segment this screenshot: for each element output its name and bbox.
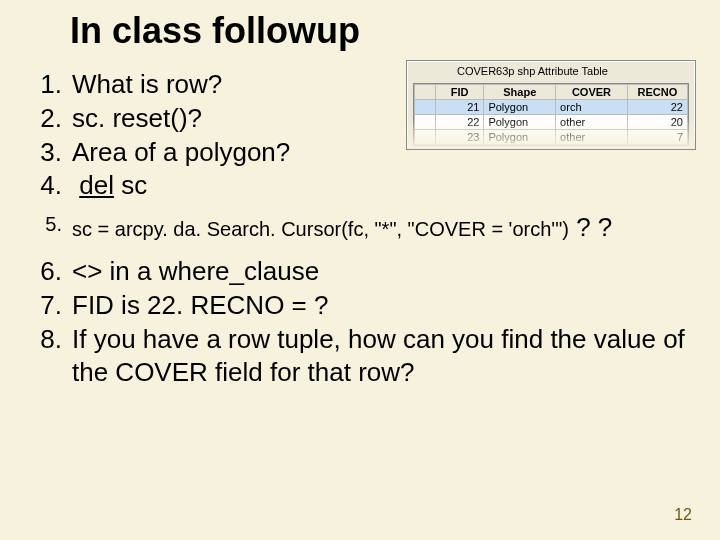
text: sc <box>114 170 147 200</box>
keyword-del: del <box>79 170 114 200</box>
list-item: sc = arcpy. da. Search. Cursor(fc, "*", … <box>66 211 692 245</box>
question-marks: ? ? <box>569 212 612 242</box>
list-item: FID is 22. RECNO = ? <box>66 289 692 323</box>
list-item: What is row? <box>66 68 692 102</box>
list-item: <> in a where_clause <box>66 255 692 289</box>
list-item: sc. reset()? <box>66 102 692 136</box>
list-item: del sc <box>66 169 692 203</box>
body-list: What is row? sc. reset()? Area of a poly… <box>22 68 692 390</box>
list-item: Area of a polygon? <box>66 136 692 170</box>
code-line: sc = arcpy. da. Search. Cursor(fc, "*", … <box>72 218 569 240</box>
list-item: If you have a row tuple, how can you fin… <box>66 323 692 391</box>
page-title: In class followup <box>70 10 360 52</box>
page-number: 12 <box>674 506 692 524</box>
